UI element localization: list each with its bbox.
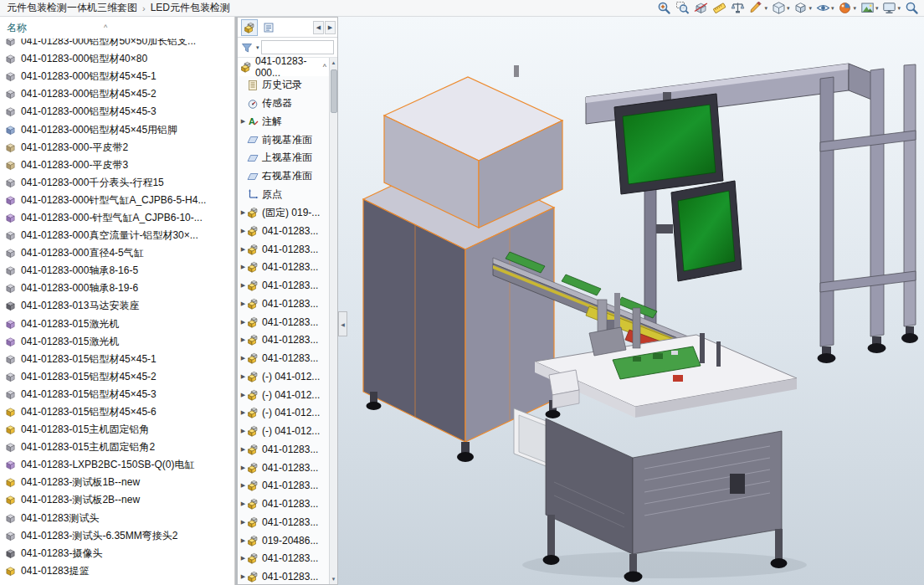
tree-node[interactable]: ▶041-01283... bbox=[238, 440, 337, 459]
tree-node[interactable]: ▶041-01283... bbox=[238, 567, 337, 585]
expand-arrow-icon[interactable]: ▶ bbox=[239, 446, 247, 453]
filter-dropdown-caret-icon[interactable]: ▾ bbox=[256, 44, 259, 51]
tree-node[interactable]: 原点 bbox=[238, 186, 337, 204]
expand-arrow-icon[interactable]: ▶ bbox=[239, 500, 247, 507]
expand-arrow-icon[interactable]: ▶ bbox=[239, 246, 247, 253]
scrollbar-thumb[interactable] bbox=[331, 69, 337, 113]
expand-arrow-icon[interactable]: ▶ bbox=[239, 573, 247, 580]
tree-root-item[interactable]: 041-01283-000... ^ bbox=[238, 58, 337, 76]
expand-arrow-icon[interactable]: ▶ bbox=[239, 282, 247, 289]
expand-arrow-icon[interactable]: ▶ bbox=[239, 464, 247, 471]
graphics-viewport[interactable]: ◀ bbox=[338, 17, 924, 585]
name-column-header[interactable]: 名称 bbox=[7, 21, 27, 35]
list-item[interactable]: 041-01283-测试板2B--new bbox=[0, 491, 234, 509]
scroll-down-icon[interactable]: ▼ bbox=[330, 574, 338, 584]
hide-show-icon[interactable]: ▾ bbox=[815, 0, 835, 16]
mass-properties-icon[interactable] bbox=[730, 0, 746, 16]
view-settings-icon[interactable]: ▾ bbox=[881, 0, 901, 16]
tree-node[interactable]: ▶(-) 041-012... bbox=[238, 422, 337, 440]
expand-arrow-icon[interactable]: ▶ bbox=[239, 355, 247, 362]
expand-arrow-icon[interactable]: ▶ bbox=[239, 373, 247, 380]
list-item[interactable]: 041-01283-015铝型材45×45-3 bbox=[0, 386, 234, 403]
scroll-up-icon[interactable]: ▲ bbox=[330, 58, 338, 68]
tree-node[interactable]: ▶(固定) 019-... bbox=[238, 203, 337, 222]
dropdown-caret-icon[interactable]: ▾ bbox=[831, 5, 834, 12]
tree-node[interactable]: ▶041-01283... bbox=[238, 240, 337, 259]
tabs-scroll-right-button[interactable]: ▶ bbox=[325, 21, 336, 34]
tree-node[interactable]: ▶041-01283... bbox=[238, 513, 337, 531]
breadcrumb-item[interactable]: 元件包装检测一体机三维套图 bbox=[7, 1, 137, 15]
expand-arrow-icon[interactable]: ▶ bbox=[239, 319, 247, 326]
list-item[interactable]: 041-01283-015激光机 bbox=[0, 316, 234, 333]
tree-node[interactable]: ▶041-01283... bbox=[238, 495, 337, 513]
dropdown-caret-icon[interactable]: ▾ bbox=[897, 5, 901, 12]
expand-arrow-icon[interactable]: ▶ bbox=[239, 555, 247, 562]
display-style-icon[interactable]: ▾ bbox=[793, 0, 813, 16]
list-item[interactable]: 041-01283-测试板1B--new bbox=[0, 474, 234, 491]
breadcrumb-item[interactable]: LED元件包装检测 bbox=[151, 1, 230, 15]
expand-arrow-icon[interactable]: ▶ bbox=[239, 428, 247, 434]
view-orientation-icon[interactable]: ▾ bbox=[771, 0, 791, 16]
edit-appearance-icon[interactable]: ▾ bbox=[837, 0, 857, 16]
list-item[interactable]: 041-01283-015铝型材45×45-1 bbox=[0, 351, 234, 368]
tree-node[interactable]: 右视基准面 bbox=[238, 167, 337, 186]
apply-scene-icon[interactable]: ▾ bbox=[860, 0, 880, 16]
tree-node[interactable]: ▶041-01283... bbox=[238, 259, 337, 277]
tree-node[interactable]: ▶041-01283... bbox=[238, 550, 337, 568]
list-item[interactable]: 041-01283-000-针型气缸A_CJPB6-10-... bbox=[0, 209, 234, 227]
featuremanager-tab[interactable] bbox=[241, 19, 258, 36]
3d-viewport-scene[interactable] bbox=[338, 17, 924, 585]
panel-splitter-handle[interactable]: ◀ bbox=[338, 311, 347, 336]
expand-arrow-icon[interactable]: ▶ bbox=[239, 482, 247, 489]
file-list-header[interactable]: 名称 ^ bbox=[0, 17, 234, 38]
expand-arrow-icon[interactable]: ▶ bbox=[239, 336, 247, 343]
tree-node[interactable]: ▶041-01283... bbox=[238, 459, 337, 477]
list-item[interactable]: 041-01283-000铝型材45×45-2 bbox=[0, 85, 234, 103]
tree-node[interactable]: ▶(-) 041-012... bbox=[238, 404, 337, 423]
tree-node[interactable]: ▶041-01283... bbox=[238, 276, 337, 295]
expand-arrow-icon[interactable]: ▶ bbox=[239, 118, 247, 125]
dropdown-caret-icon[interactable]: ▾ bbox=[875, 5, 879, 12]
expand-arrow-icon[interactable]: ▶ bbox=[239, 519, 247, 526]
list-item[interactable]: 041-01283-摄像头 bbox=[0, 545, 234, 562]
tree-node[interactable]: ▶(-) 041-012... bbox=[238, 367, 337, 386]
list-item[interactable]: 041-01283-000铝型材45×45用铝脚 bbox=[0, 121, 234, 138]
list-item[interactable]: 041-01283-000铝型材45×45-3 bbox=[0, 103, 234, 121]
filter-funnel-icon[interactable] bbox=[241, 42, 254, 54]
expand-arrow-icon[interactable]: ▶ bbox=[239, 392, 247, 398]
tree-node[interactable]: ▶041-01283... bbox=[238, 331, 337, 350]
dropdown-caret-icon[interactable]: ▾ bbox=[853, 5, 856, 12]
dropdown-caret-icon[interactable]: ▾ bbox=[808, 5, 812, 12]
list-item[interactable]: 041-01283-测试头-6.35MM弯接头2 bbox=[0, 527, 234, 545]
section-view-icon[interactable] bbox=[693, 0, 709, 16]
collapse-caret-icon[interactable]: ^ bbox=[323, 63, 326, 71]
tree-scrollbar[interactable]: ▲ ▼ bbox=[329, 58, 337, 584]
list-item[interactable]: 041-01283-013马达安装座 bbox=[0, 297, 234, 315]
tree-node[interactable]: ▶019-20486... bbox=[238, 531, 337, 550]
expand-arrow-icon[interactable]: ▶ bbox=[239, 537, 247, 544]
tree-node[interactable]: ▶041-01283... bbox=[238, 477, 337, 495]
list-item[interactable]: 041-01283-000轴承8-16-5 bbox=[0, 262, 234, 280]
list-item[interactable]: 041-01283-000铝型材40×80 bbox=[0, 50, 234, 68]
tree-node[interactable]: 上视基准面 bbox=[238, 149, 337, 167]
search-icon[interactable] bbox=[904, 0, 920, 16]
tree-node[interactable]: 传感器 bbox=[238, 95, 337, 113]
tree-node[interactable]: 前视基准面 bbox=[238, 131, 337, 149]
expand-arrow-icon[interactable]: ▶ bbox=[239, 409, 247, 416]
measure-icon[interactable] bbox=[711, 0, 727, 16]
list-item[interactable]: 041-01283-000-平皮带3 bbox=[0, 157, 234, 174]
tree-node[interactable]: ▶(-) 041-012... bbox=[238, 386, 337, 404]
list-item[interactable]: 041-01283-015铝型材45×45-6 bbox=[0, 403, 234, 421]
list-item[interactable]: 041-01283-000铝型材45×45-1 bbox=[0, 68, 234, 85]
dropdown-caret-icon[interactable]: ▾ bbox=[787, 5, 790, 12]
expand-arrow-icon[interactable]: ▶ bbox=[239, 209, 247, 216]
zoom-to-fit-icon[interactable] bbox=[656, 0, 672, 16]
zoom-to-area-icon[interactable] bbox=[675, 0, 690, 16]
displaymanager-tab[interactable] bbox=[260, 19, 277, 36]
list-item[interactable]: 041-01283-000直径4-5气缸 bbox=[0, 244, 234, 262]
list-item[interactable]: 041-01283-000轴承8-19-6 bbox=[0, 280, 234, 297]
tree-node[interactable]: ▶041-01283... bbox=[238, 295, 337, 313]
expand-arrow-icon[interactable]: ▶ bbox=[239, 264, 247, 270]
list-item[interactable]: 041-01283测试头 bbox=[0, 510, 234, 527]
expand-arrow-icon[interactable]: ▶ bbox=[239, 300, 247, 307]
